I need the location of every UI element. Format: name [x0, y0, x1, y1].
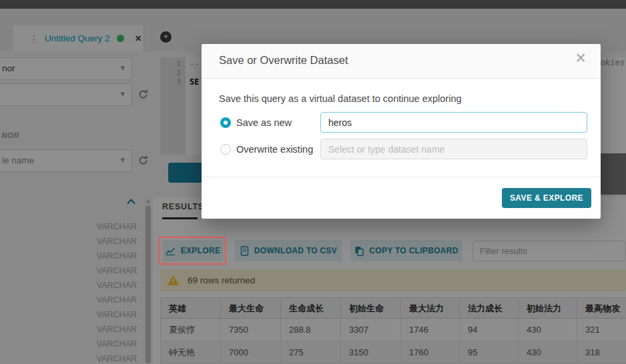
- sql-lab-page: ⋮ Untitled Query 2 × + nor ▾ ▾ NOR le na…: [0, 0, 626, 364]
- modal-close-icon[interactable]: ×: [575, 49, 586, 67]
- save-as-new-radio[interactable]: [220, 117, 231, 128]
- save-dataset-modal: Save or Overwrite Dataset × Save this qu…: [202, 44, 601, 219]
- modal-header: Save or Overwrite Dataset ×: [202, 44, 601, 79]
- overwrite-existing-label[interactable]: Overwrite existing: [236, 144, 313, 155]
- modal-description: Save this query as a virtual dataset to …: [219, 93, 462, 104]
- overwrite-dataset-select[interactable]: [320, 139, 587, 159]
- modal-footer-divider: [202, 177, 601, 177]
- modal-title: Save or Overwrite Dataset: [219, 54, 348, 67]
- overwrite-existing-radio[interactable]: [220, 144, 231, 155]
- save-and-explore-button[interactable]: SAVE & EXPLORE: [502, 188, 591, 208]
- save-as-new-label[interactable]: Save as new: [236, 117, 292, 128]
- explore-highlight-box: [159, 237, 226, 265]
- new-dataset-name-input[interactable]: [320, 112, 587, 133]
